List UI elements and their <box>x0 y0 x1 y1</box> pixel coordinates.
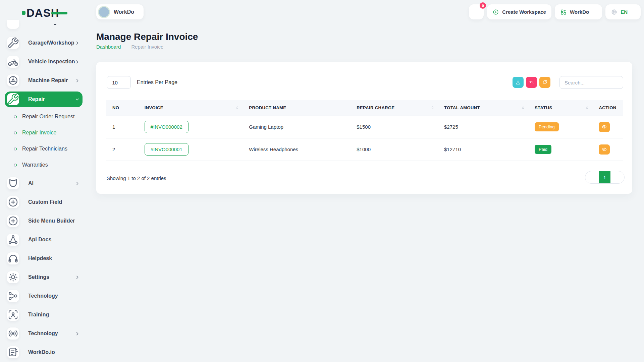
sidebar-item-training[interactable]: Training <box>5 305 83 324</box>
pagination-page-1[interactable]: 1 <box>599 171 610 183</box>
eye-icon <box>601 146 607 152</box>
sidebar-item-settings[interactable]: Settings <box>5 268 83 287</box>
page-title: Manage Repair Invoice <box>96 32 198 42</box>
cell-no: 1 <box>106 116 138 138</box>
messages-badge: 0 <box>480 2 486 9</box>
sort-icon[interactable] <box>585 106 589 110</box>
sidebar-item-label: Vehicle Inspection <box>28 59 75 65</box>
sidebar-scrolled-label-stub <box>54 24 56 25</box>
sidebar-item-api-docs[interactable]: Api Docs <box>5 230 83 249</box>
invoice-link-button[interactable]: #INVO000001 <box>145 143 189 156</box>
sidebar-item-technology[interactable]: Technology <box>5 287 83 305</box>
sidebar-item-workdo-io[interactable]: WorkDo.io <box>5 343 83 362</box>
sort-icon[interactable] <box>521 106 525 110</box>
view-button[interactable] <box>599 144 610 155</box>
table-header-row: NOINVOICEPRODUCT NAMEREPAIR CHARGETOTAL … <box>106 100 623 116</box>
invoice-table: NOINVOICEPRODUCT NAMEREPAIR CHARGETOTAL … <box>106 100 623 161</box>
table-toolbar <box>513 77 550 88</box>
breadcrumb-dashboard-link[interactable]: Dashboard <box>96 44 121 50</box>
header-actions: 0 Create Workspace WorkDo EN <box>469 4 641 19</box>
table-row: 1#INVO000002Gaming Laptop$1500$2725Pendi… <box>106 116 623 138</box>
pagination-prev-button[interactable] <box>585 171 599 183</box>
sidebar-item-garage-workshop[interactable]: Garage/Workshop <box>5 34 83 52</box>
app-switcher-button[interactable]: WorkDo <box>555 4 602 19</box>
sidebar-item-label: Side Menu Builder <box>28 218 75 224</box>
cell-product-name: Gaming Laptop <box>242 116 350 138</box>
column-header-action: ACTION <box>592 100 623 116</box>
sidebar-item-ai[interactable]: AI <box>5 174 83 193</box>
sidebar-item-vehicle-inspection[interactable]: Vehicle Inspection <box>5 52 83 71</box>
column-header-no: NO <box>106 100 138 116</box>
sidebar-item-helpdesk[interactable]: Helpdesk <box>5 249 83 268</box>
grid-plus-icon <box>560 9 567 15</box>
machine-icon <box>7 74 19 86</box>
sidebar-subitem-label: Repair Invoice <box>22 130 56 136</box>
messages-button[interactable]: 0 <box>469 4 484 19</box>
undo-button[interactable] <box>526 77 537 88</box>
column-header-product-name: PRODUCT NAME <box>242 100 350 116</box>
sidebar-item-label: Technology <box>28 330 58 337</box>
create-workspace-button[interactable]: Create Workspace <box>487 4 551 19</box>
refresh-button[interactable] <box>539 77 550 88</box>
cell-repair-charge: $1000 <box>350 138 437 161</box>
bullet-icon <box>14 131 17 134</box>
workspace-selector[interactable]: WorkDo <box>96 4 144 19</box>
broadcast-icon <box>7 327 19 340</box>
sidebar-subitem-repair-technicians[interactable]: Repair Technicians <box>5 141 83 157</box>
ai-icon <box>7 177 19 189</box>
column-header-repair-charge[interactable]: REPAIR CHARGE <box>350 100 437 116</box>
bullet-icon <box>14 115 17 118</box>
status-badge: Pending <box>535 122 559 131</box>
sidebar-menu: Garage/WorkshopVehicle InspectionMachine… <box>5 34 83 362</box>
column-header-invoice[interactable]: INVOICE <box>138 100 243 116</box>
pagination: 1 <box>585 171 625 184</box>
sidebar-item-repair[interactable]: Repair <box>5 92 83 107</box>
sidebar-subitem-repair-order-request[interactable]: Repair Order Request <box>5 109 83 125</box>
column-header-total-amount[interactable]: TOTAL AMOUNT <box>437 100 528 116</box>
top-header: DASH WorkDo 0 Create Workspace WorkDo EN <box>0 0 644 24</box>
pagination-next-button[interactable] <box>610 171 624 183</box>
table-row: 2#INVO000001Wireless Headphones$1000$127… <box>106 138 623 161</box>
sidebar-item-technology[interactable]: Technology <box>5 324 83 343</box>
sidebar-subitem-label: Repair Order Request <box>22 114 75 120</box>
sidebar-scrolled-item-stub <box>7 20 19 29</box>
invoice-link-button[interactable]: #INVO000002 <box>145 121 189 133</box>
chevron-down-icon <box>121 80 125 85</box>
entries-per-page-select[interactable]: 10 <box>107 76 131 89</box>
column-header-status[interactable]: STATUS <box>528 100 592 116</box>
sort-icon[interactable] <box>430 106 435 110</box>
language-label: EN <box>621 9 628 15</box>
api-icon <box>7 234 19 246</box>
view-button[interactable] <box>599 122 610 132</box>
breadcrumb-current: Repair Invoice <box>131 44 163 50</box>
sidebar-item-label: Api Docs <box>28 237 51 243</box>
sidebar-item-label: Repair <box>28 96 45 102</box>
sidebar-item-side-menu-builder[interactable]: Side Menu Builder <box>5 212 83 230</box>
sidebar-subitem-repair-invoice[interactable]: Repair Invoice <box>5 125 83 141</box>
sidebar-subitem-warranties[interactable]: Warranties <box>5 157 83 173</box>
sidebar-item-label: AI <box>28 180 34 186</box>
search-input[interactable] <box>559 76 623 89</box>
sidebar: Garage/WorkshopVehicle InspectionMachine… <box>0 20 87 362</box>
chevron-right-icon <box>75 59 80 64</box>
chevron-right-icon <box>75 331 80 336</box>
language-selector[interactable]: EN <box>605 4 641 19</box>
sidebar-item-label: Garage/Workshop <box>28 40 74 46</box>
chevron-right-icon <box>124 45 128 49</box>
sidebar-subitem-label: Warranties <box>22 162 48 168</box>
wrench-icon <box>7 37 19 49</box>
sort-icon[interactable] <box>235 106 239 110</box>
export-button[interactable] <box>513 77 524 88</box>
wrench-icon <box>7 93 19 105</box>
invoice-card: 10 Entries Per Page NOINVOICEPRODUCT NAM… <box>96 62 632 194</box>
app-logo: DASH <box>22 7 59 18</box>
circle-plus-icon <box>7 196 19 208</box>
sidebar-item-machine-repair[interactable]: Machine Repair <box>5 71 83 90</box>
eye-icon <box>601 124 607 130</box>
sidebar-item-label: Machine Repair <box>28 77 68 83</box>
cell-total-amount: $12710 <box>437 138 528 161</box>
entries-value: 10 <box>112 80 118 85</box>
sidebar-item-custom-field[interactable]: Custom Field <box>5 193 83 212</box>
logo-dot <box>22 11 25 15</box>
cell-total-amount: $2725 <box>437 116 528 138</box>
